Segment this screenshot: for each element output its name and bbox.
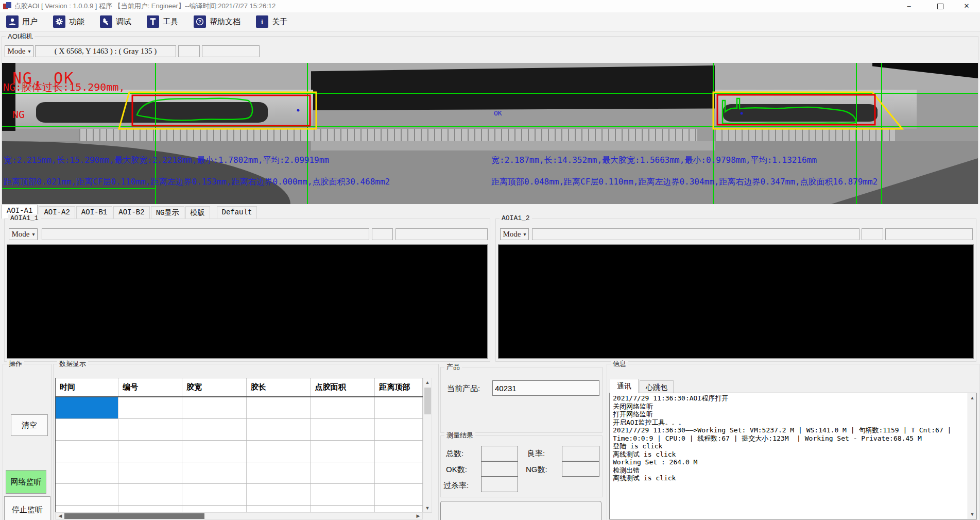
- table-row: [56, 506, 423, 513]
- info-group-label: 信息: [611, 360, 628, 368]
- tab-template[interactable]: 模版: [185, 206, 210, 219]
- stop-listen-button[interactable]: 停止监听: [4, 496, 50, 520]
- yield-label: 良率:: [527, 449, 545, 459]
- camera-annotation-overlay: NG, OK NG:胶体过长:15.290mm, NG OK 宽:2.215mm…: [2, 63, 978, 204]
- svg-text:i: i: [261, 19, 263, 26]
- title-bar: 点胶AOI [ Version : 1.0.0.9 ] 程序 【当前用户: En…: [0, 0, 980, 12]
- vscroll-thumb[interactable]: [424, 388, 431, 414]
- hscroll-thumb[interactable]: [64, 513, 204, 519]
- scroll-down-icon[interactable]: ▼: [968, 511, 976, 518]
- view-panel-1-label: AOIA1_1: [8, 214, 41, 223]
- scroll-up-icon[interactable]: ▲: [423, 379, 432, 387]
- col-distance-top[interactable]: 距离顶部: [375, 378, 423, 397]
- col-id[interactable]: 编号: [118, 378, 182, 397]
- right-region-red-box: [717, 95, 875, 125]
- col-glue-width[interactable]: 胶宽: [182, 378, 246, 397]
- gear-icon: [53, 15, 65, 28]
- camera-image-view[interactable]: NG, OK NG:胶体过长:15.290mm, NG OK 宽:2.215mm…: [2, 63, 978, 204]
- overkill-label: 过杀率:: [443, 481, 469, 491]
- toolbar-button-tools[interactable]: 工具: [145, 14, 180, 29]
- info-icon: i: [256, 15, 268, 28]
- col-glue-length[interactable]: 胶长: [246, 378, 311, 397]
- product-group-label: 产品: [444, 363, 462, 371]
- table-header-row: 时间 编号 胶宽 胶长 点胶面积 距离顶部: [56, 378, 423, 397]
- ng-reason-text: NG:胶体过长:15.290mm,: [3, 81, 125, 93]
- view1-mode-dropdown[interactable]: Mode▾: [9, 228, 38, 240]
- info-group: 信息 通讯 心跳包 2021/7/29 11:36:30:AOI程序打开 关闭网…: [607, 364, 979, 520]
- svg-text:?: ?: [198, 19, 201, 24]
- camera-coords-display: ( X 6568, Y 1463 ) : ( Gray 135 ): [35, 45, 176, 57]
- tool-icon: [147, 15, 159, 28]
- col-time[interactable]: 时间: [56, 378, 118, 397]
- ng-count-label: NG数:: [526, 465, 547, 475]
- tab-default[interactable]: Default: [217, 206, 257, 219]
- total-label: 总数:: [446, 449, 463, 459]
- marker-dot: [297, 109, 300, 112]
- window-title: 点胶AOI [ Version : 1.0.0.9 ] 程序 【当前用户: En…: [14, 0, 276, 12]
- network-listen-button[interactable]: 网络监听: [6, 470, 46, 494]
- scroll-left-icon[interactable]: ◀: [56, 513, 64, 520]
- right-glue-contour: [723, 98, 856, 124]
- data-table-container: 时间 编号 胶宽 胶长 点胶面积 距离顶部: [55, 378, 423, 513]
- ok-count-label: OK数:: [446, 465, 467, 475]
- view1-field-small: [372, 228, 393, 240]
- view2-mode-dropdown[interactable]: Mode▾: [500, 228, 529, 240]
- ng-count-field[interactable]: [562, 461, 599, 477]
- scroll-down-icon[interactable]: ▼: [423, 505, 432, 512]
- total-field[interactable]: [481, 446, 518, 461]
- camera-field-wide: [202, 45, 260, 57]
- view1-image-area[interactable]: [7, 244, 488, 359]
- data-table: 时间 编号 胶宽 胶长 点胶面积 距离顶部: [56, 378, 423, 513]
- chevron-down-icon: ▾: [28, 48, 30, 54]
- view2-image-area[interactable]: [498, 244, 974, 359]
- notes-panel: [440, 501, 601, 520]
- table-hscrollbar[interactable]: ◀ ▶: [55, 512, 423, 519]
- view2-field-main: [532, 228, 859, 240]
- scroll-right-icon[interactable]: ▶: [414, 513, 422, 520]
- chevron-down-icon: ▾: [523, 231, 526, 237]
- table-cell-selected[interactable]: [56, 397, 118, 419]
- camera-mode-dropdown[interactable]: Mode▾: [5, 45, 33, 57]
- current-product-input[interactable]: [493, 381, 599, 395]
- help-icon: ?: [194, 15, 206, 28]
- close-button[interactable]: ✕: [955, 0, 978, 13]
- tab-aoi-b2[interactable]: AOI-B2: [113, 206, 149, 219]
- ok-count-field[interactable]: [481, 461, 518, 477]
- current-product-field[interactable]: [492, 380, 599, 396]
- tab-ng-display[interactable]: NG显示: [151, 206, 184, 219]
- camera-group-label: AOI相机: [6, 32, 35, 41]
- tab-heartbeat[interactable]: 心跳包: [640, 380, 674, 393]
- app-icon: [3, 2, 11, 10]
- toolbar: 用户 功能 调试 工具 ? 帮助文档 i: [0, 12, 980, 31]
- toolbar-button-debug[interactable]: 调试: [98, 14, 133, 29]
- toolbar-button-help[interactable]: ? 帮助文档: [192, 14, 243, 29]
- operations-group: 操作 清空 网络监听 停止监听: [3, 364, 51, 520]
- toolbar-button-function[interactable]: 功能: [51, 14, 87, 29]
- marker-dot: [741, 112, 743, 115]
- user-icon: [6, 15, 19, 28]
- view-panel-2: AOIA1_2 Mode▾: [495, 219, 976, 362]
- tab-aoi-a2[interactable]: AOI-A2: [39, 206, 75, 219]
- maximize-button[interactable]: [929, 0, 952, 13]
- overkill-field[interactable]: [481, 477, 518, 492]
- camera-group: AOI相机 Mode▾ ( X 6568, Y 1463 ) : ( Gray …: [2, 36, 978, 204]
- clear-button[interactable]: 清空: [11, 414, 48, 436]
- application-window: 点胶AOI [ Version : 1.0.0.9 ] 程序 【当前用户: En…: [0, 0, 980, 520]
- table-row: [56, 397, 423, 419]
- toolbar-button-about[interactable]: i 关于: [254, 14, 289, 29]
- wrench-icon: [100, 15, 112, 28]
- chevron-down-icon: ▾: [32, 231, 35, 237]
- log-viewer[interactable]: 2021/7/29 11:36:30:AOI程序打开 关闭网络监听 打开网络监听…: [609, 393, 977, 519]
- tab-comm[interactable]: 通讯: [610, 379, 639, 393]
- yield-field[interactable]: [562, 446, 599, 461]
- log-vscrollbar[interactable]: ▲ ▼: [968, 393, 976, 519]
- minimize-button[interactable]: –: [897, 0, 921, 13]
- data-display-group: 数据显示 时间 编号 胶宽 胶长 点胶面积 距离顶部: [53, 364, 439, 520]
- toolbar-button-user[interactable]: 用户: [4, 14, 40, 29]
- scroll-up-icon[interactable]: ▲: [968, 394, 976, 402]
- view2-field-small: [862, 228, 883, 240]
- col-glue-area[interactable]: 点胶面积: [311, 378, 375, 397]
- tab-aoi-b1[interactable]: AOI-B1: [76, 206, 112, 219]
- table-vscrollbar[interactable]: ▲ ▼: [423, 378, 432, 513]
- left-glue-contour: [137, 98, 252, 121]
